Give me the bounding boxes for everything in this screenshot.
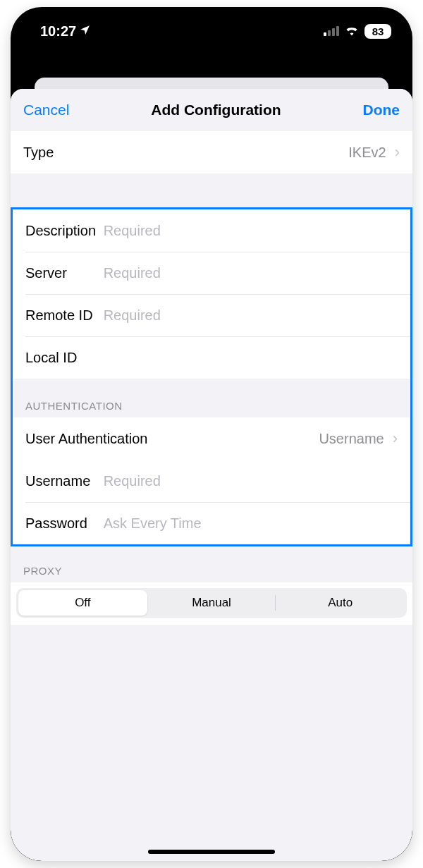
chevron-right-icon: › <box>393 429 398 448</box>
password-row[interactable]: Password <box>25 502 410 544</box>
done-button[interactable]: Done <box>362 102 400 118</box>
user-authentication-label: User Authentication <box>25 431 147 447</box>
wifi-icon <box>345 23 359 39</box>
status-time: 10:27 <box>40 23 76 39</box>
type-value: IKEv2 <box>348 145 386 161</box>
type-row[interactable]: Type IKEv2 › <box>11 131 412 173</box>
highlighted-configuration: Description Server Remote ID Local ID AU <box>11 207 412 546</box>
type-label: Type <box>23 145 122 161</box>
server-row[interactable]: Server <box>25 252 410 294</box>
type-group: Type IKEv2 › <box>11 131 412 173</box>
cellular-icon <box>324 26 339 36</box>
device-frame: 10:27 83 Cancel Add Configuration Done T… <box>11 7 412 861</box>
cancel-button[interactable]: Cancel <box>23 102 69 118</box>
password-label: Password <box>25 515 104 532</box>
modal-sheet: Cancel Add Configuration Done Type IKEv2… <box>11 89 412 861</box>
battery-indicator: 83 <box>364 24 391 39</box>
proxy-option-auto[interactable]: Auto <box>276 590 405 616</box>
local-id-input[interactable] <box>104 350 398 366</box>
location-icon <box>79 23 91 39</box>
server-input[interactable] <box>104 265 398 281</box>
username-row[interactable]: Username <box>13 460 410 502</box>
server-label: Server <box>25 265 104 281</box>
proxy-header: PROXY <box>11 546 412 582</box>
home-indicator[interactable] <box>148 850 275 854</box>
local-id-row[interactable]: Local ID <box>25 336 410 379</box>
local-id-label: Local ID <box>25 350 104 366</box>
proxy-option-off[interactable]: Off <box>18 590 147 616</box>
chevron-right-icon: › <box>395 143 400 161</box>
password-input[interactable] <box>104 515 398 532</box>
user-authentication-row[interactable]: User Authentication Username › <box>13 417 410 460</box>
proxy-segmented-control[interactable]: Off Manual Auto <box>16 588 407 618</box>
page-title: Add Configuration <box>151 102 281 118</box>
spacer <box>11 173 412 207</box>
username-label: Username <box>25 473 104 489</box>
remote-id-label: Remote ID <box>25 307 104 324</box>
remote-id-row[interactable]: Remote ID <box>25 294 410 336</box>
description-row[interactable]: Description <box>13 209 410 252</box>
status-bar: 10:27 83 <box>11 7 412 45</box>
description-input[interactable] <box>104 223 398 239</box>
description-label: Description <box>25 223 104 239</box>
authentication-header: AUTHENTICATION <box>13 379 410 417</box>
user-authentication-value: Username <box>319 431 384 447</box>
proxy-option-manual[interactable]: Manual <box>147 590 276 616</box>
nav-bar: Cancel Add Configuration Done <box>11 89 412 131</box>
username-input[interactable] <box>104 473 398 489</box>
remote-id-input[interactable] <box>104 307 398 324</box>
